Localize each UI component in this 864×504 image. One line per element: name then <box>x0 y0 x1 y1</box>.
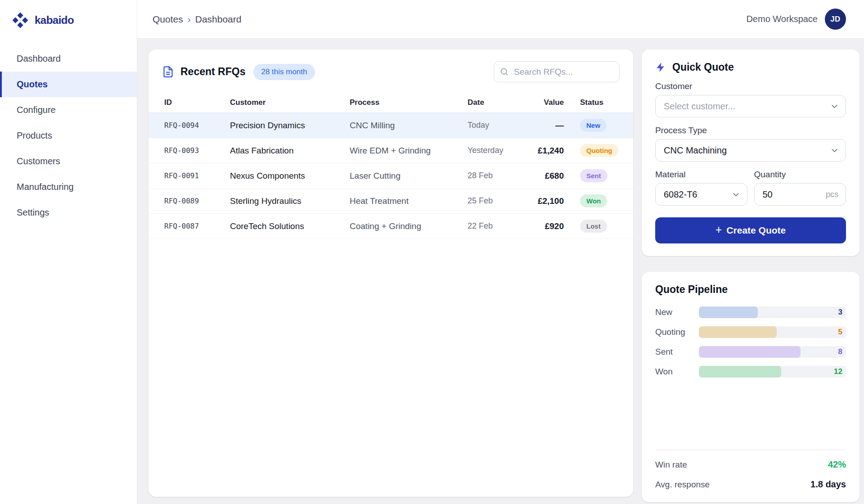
sidebar-item-products[interactable]: Products <box>0 123 137 148</box>
pipeline-bar-track: 12 <box>699 366 846 378</box>
rfq-process: Heat Treatment <box>350 196 468 206</box>
quantity-unit-label: pcs <box>826 190 838 199</box>
user-avatar[interactable]: JD <box>825 9 846 30</box>
rfq-process: Laser Cutting <box>350 171 468 181</box>
pipeline-bar-track: 3 <box>699 306 846 318</box>
status-badge-cell: Sent <box>580 169 633 182</box>
table-row[interactable]: RFQ-0089 Sterling Hydraulics Heat Treatm… <box>148 189 633 214</box>
status-badge-cell: Lost <box>580 220 633 233</box>
win-rate-stat: Win rate 42% <box>655 459 846 470</box>
material-quantity-row: Material 6082-T6 Quantity <box>655 162 846 206</box>
status-badge: Sent <box>580 169 608 182</box>
column-header-date: Date <box>468 98 531 107</box>
create-quote-button-label: Create Quote <box>726 225 786 236</box>
topbar: Quotes › Dashboard Demo Workspace JD <box>137 0 864 39</box>
pipeline-bar-fill <box>699 306 758 318</box>
rfq-process: CNC Milling <box>350 121 468 130</box>
panel-title: Recent RFQs <box>180 66 245 78</box>
table-row[interactable]: RFQ-0091 Nexus Components Laser Cutting … <box>148 163 633 189</box>
column-header-value: Value <box>531 98 580 107</box>
pipeline-row-quoting: Quoting 5 <box>655 326 846 338</box>
status-badge-cell: New <box>580 119 633 132</box>
breadcrumb-section[interactable]: Quotes <box>153 14 183 25</box>
quick-quote-panel: Quick Quote Customer Select customer... … <box>642 50 860 256</box>
process-type-select-value: CNC Machining <box>664 145 727 156</box>
sidebar-nav: Dashboard Quotes Configure Products Cust… <box>0 46 137 225</box>
rfq-count-badge: 28 this month <box>253 64 315 80</box>
pipeline-stage-count: 8 <box>838 346 842 358</box>
pipeline-row-won: Won 12 <box>655 366 846 378</box>
divider <box>655 450 846 450</box>
pipeline-bar-fill <box>699 326 777 338</box>
recent-rfqs-panel: Recent RFQs 28 this month ID Customer <box>148 50 633 497</box>
pipeline-row-sent: Sent 8 <box>655 346 846 358</box>
table-row[interactable]: RFQ-0087 CoreTech Solutions Coating + Gr… <box>148 214 633 239</box>
customer-select-value: Select customer... <box>664 101 735 112</box>
workspace-label: Demo Workspace <box>746 14 818 24</box>
rfq-id: RFQ-0094 <box>148 121 230 130</box>
pipeline-bar-track: 8 <box>699 346 846 358</box>
sidebar-item-quotes[interactable]: Quotes <box>0 72 137 97</box>
quantity-field-label: Quantity <box>754 170 846 180</box>
kabaido-logo-icon <box>12 12 29 29</box>
sidebar-item-configure[interactable]: Configure <box>0 97 137 123</box>
customer-select[interactable]: Select customer... <box>655 95 846 117</box>
logo: kabaido <box>0 0 137 29</box>
sidebar-item-settings[interactable]: Settings <box>0 200 137 225</box>
content-area: Recent RFQs 28 this month ID Customer <box>137 39 864 504</box>
rfq-value: — <box>531 121 580 130</box>
panel-title: Quote Pipeline <box>655 284 846 296</box>
pipeline-stage-count: 3 <box>838 306 842 318</box>
breadcrumb-page[interactable]: Dashboard <box>195 14 242 25</box>
rfq-value: £680 <box>531 171 580 181</box>
rfq-date: Today <box>468 121 531 130</box>
material-select[interactable]: 6082-T6 <box>655 183 747 206</box>
rfq-customer: Sterling Hydraulics <box>230 196 350 206</box>
quantity-input[interactable] <box>763 189 822 200</box>
chevron-down-icon <box>731 190 741 199</box>
rfq-customer: Nexus Components <box>230 171 350 181</box>
rfq-value: £2,100 <box>531 196 580 206</box>
pipeline-stage-count: 12 <box>834 366 842 378</box>
breadcrumb: Quotes › Dashboard <box>153 14 241 25</box>
avg-response-stat: Avg. response 1.8 days <box>655 479 846 490</box>
sidebar-item-customers[interactable]: Customers <box>0 148 137 174</box>
status-badge-cell: Won <box>580 194 633 207</box>
sidebar-item-manufacturing[interactable]: Manufacturing <box>0 174 137 200</box>
column-header-process: Process <box>350 98 468 107</box>
rfq-date: 28 Feb <box>468 171 531 180</box>
table-header-row: ID Customer Process Date Value Status <box>148 92 633 113</box>
process-type-select[interactable]: CNC Machining <box>655 139 846 162</box>
rfq-value: £1,240 <box>531 146 580 156</box>
rfq-id: RFQ-0089 <box>148 197 230 205</box>
chevron-down-icon <box>830 146 839 155</box>
pipeline-row-new: New 3 <box>655 306 846 318</box>
quick-quote-header: Quick Quote <box>655 61 846 73</box>
pipeline-stage-count: 5 <box>838 326 842 338</box>
status-badge: Quoting <box>580 144 618 157</box>
search-input[interactable] <box>494 61 620 82</box>
table-row[interactable]: RFQ-0093 Atlas Fabrication Wire EDM + Gr… <box>148 138 633 163</box>
column-header-id: ID <box>148 98 230 107</box>
process-type-field-label: Process Type <box>655 126 846 135</box>
material-select-value: 6082-T6 <box>664 189 698 200</box>
rfq-id: RFQ-0087 <box>148 222 230 230</box>
material-field-label: Material <box>655 170 747 180</box>
rfq-date: 22 Feb <box>468 221 531 231</box>
status-badge: Won <box>580 194 607 207</box>
rfq-customer: Atlas Fabrication <box>230 146 350 156</box>
rfq-customer: CoreTech Solutions <box>230 221 350 231</box>
quantity-field-group: Quantity pcs <box>754 162 846 206</box>
pipeline-stage-label: New <box>655 307 699 317</box>
chevron-down-icon <box>830 102 839 111</box>
rfq-date: Yesterday <box>468 146 531 155</box>
sidebar-item-dashboard[interactable]: Dashboard <box>0 46 137 72</box>
rfq-process: Wire EDM + Grinding <box>350 146 468 156</box>
rfq-customer: Precision Dynamics <box>230 121 350 130</box>
plus-icon: + <box>716 223 722 236</box>
table-row[interactable]: RFQ-0094 Precision Dynamics CNC Milling … <box>148 113 633 138</box>
create-quote-button[interactable]: + Create Quote <box>655 217 846 243</box>
rfq-value: £920 <box>531 221 580 231</box>
pipeline-stage-label: Quoting <box>655 327 699 337</box>
quantity-field: pcs <box>754 183 846 206</box>
